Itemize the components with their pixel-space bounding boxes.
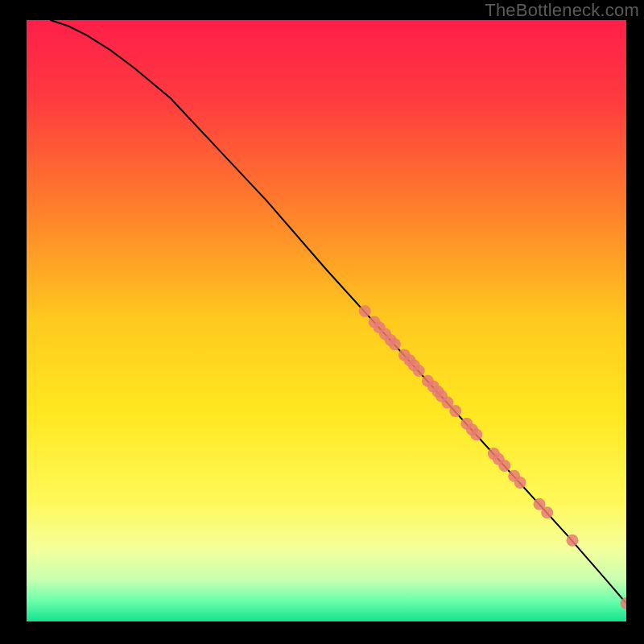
data-point <box>541 506 553 518</box>
data-point <box>359 305 371 317</box>
chart-frame: TheBottleneck.com <box>0 0 644 644</box>
data-point <box>449 405 461 417</box>
data-point <box>413 365 425 377</box>
data-point <box>470 428 482 440</box>
watermark-text: TheBottleneck.com <box>485 0 639 21</box>
data-point <box>498 460 510 472</box>
gradient-background <box>27 20 626 621</box>
data-point <box>514 477 526 489</box>
bottleneck-chart <box>27 20 626 621</box>
data-point <box>389 338 401 350</box>
data-point <box>567 535 579 547</box>
